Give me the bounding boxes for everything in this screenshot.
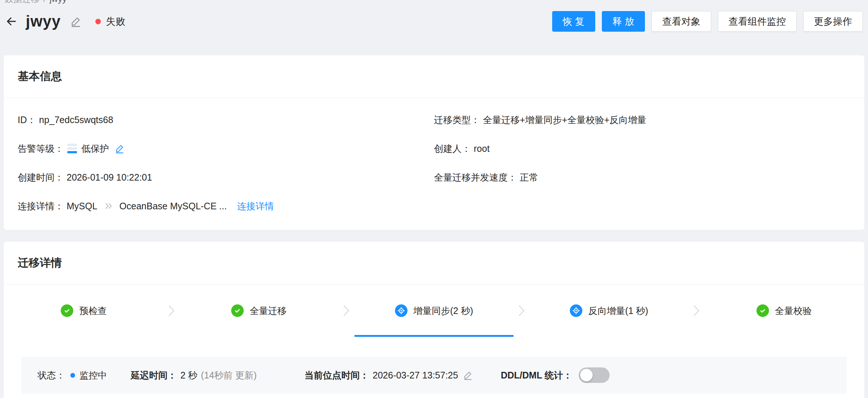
alarm-level-value: 低保护	[81, 143, 109, 155]
ddl-dml-group: DDL/DML 统计：	[501, 367, 610, 383]
connection-label: 连接详情：	[18, 200, 64, 212]
checkpoint-group: 当前位点时间： 2026-03-27 13:57:25	[304, 369, 473, 381]
basic-info-body: ID： np_7edc5swqts68 告警等级： 低保护 创建时间： 2026…	[4, 98, 864, 230]
alarm-level-label: 告警等级：	[18, 143, 64, 155]
full-migration-speed-label: 全量迁移并发速度：	[434, 171, 517, 184]
chevron-right-icon	[688, 284, 705, 337]
step-reverse-incremental[interactable]: 反向增量(1 秒)	[530, 284, 689, 337]
back-arrow-icon[interactable]	[5, 15, 18, 28]
created-time-row: 创建时间： 2026-01-09 10:22:01	[18, 163, 434, 192]
breadcrumb: 数据迁移/jwyy	[0, 0, 868, 4]
migration-detail-title: 迁移详情	[4, 242, 864, 284]
id-label: ID：	[18, 114, 36, 126]
full-migration-speed-row: 全量迁移并发速度： 正常	[434, 163, 850, 192]
page: 数据迁移/jwyy jwyy 失败 恢 复 释 放 查看对象 查看组件监控 更多…	[0, 0, 868, 398]
delay-updated-note: (14秒前 更新)	[201, 369, 257, 381]
basic-info-card: 基本信息 ID： np_7edc5swqts68 告警等级： 低保护 创建时间：	[4, 55, 864, 230]
alarm-level-icon	[67, 144, 77, 153]
migration-detail-card: 迁移详情 预检查 全量迁移	[4, 242, 864, 398]
edit-alarm-level-icon[interactable]	[115, 144, 124, 153]
breadcrumb-parent[interactable]: 数据迁移	[4, 0, 40, 4]
step-label: 增量同步(2 秒)	[413, 305, 473, 317]
double-chevron-right-icon	[103, 201, 113, 211]
migration-type-value: 全量迁移+增量同步+全量校验+反向增量	[483, 114, 646, 126]
step-precheck[interactable]: 预检查	[4, 284, 163, 337]
delay-label: 延迟时间：	[131, 369, 177, 381]
check-circle-icon	[756, 304, 769, 317]
id-value: np_7edc5swqts68	[39, 115, 113, 125]
task-status: 失败	[95, 15, 125, 28]
id-row: ID： np_7edc5swqts68	[18, 105, 434, 134]
migration-stepper: 预检查 全量迁移 增量同步(2 秒)	[4, 284, 864, 337]
check-circle-icon	[231, 304, 244, 317]
connection-detail-link[interactable]: 连接详情	[237, 200, 274, 212]
status-label: 状态：	[38, 369, 65, 381]
connection-row: 连接详情： MySQL OceanBase MySQL-CE ... 连接详情	[18, 192, 434, 220]
step-full-verification[interactable]: 全量校验	[705, 284, 864, 337]
resume-button[interactable]: 恢 复	[552, 11, 595, 32]
chevron-right-icon	[163, 284, 180, 337]
delay-group: 延迟时间： 2 秒 (14秒前 更新)	[131, 369, 257, 381]
view-objects-button[interactable]: 查看对象	[652, 11, 711, 32]
failed-status-dot-icon	[95, 19, 101, 24]
created-time-value: 2026-01-09 10:22:01	[67, 172, 152, 183]
step-incremental-sync[interactable]: 增量同步(2 秒)	[354, 284, 514, 337]
basic-info-left-column: ID： np_7edc5swqts68 告警等级： 低保护 创建时间： 2026…	[18, 105, 434, 220]
step-label: 全量迁移	[250, 305, 286, 317]
aim-target-icon	[570, 304, 582, 317]
toggle-knob	[580, 369, 593, 381]
migration-type-label: 迁移类型：	[434, 114, 480, 126]
full-migration-speed-value: 正常	[520, 171, 538, 184]
step-label: 预检查	[79, 305, 107, 317]
sync-status-strip: 状态： 监控中 延迟时间： 2 秒 (14秒前 更新) 当前位点时间： 2026…	[21, 357, 847, 394]
action-buttons: 恢 复 释 放 查看对象 查看组件监控 更多操作	[552, 11, 863, 32]
edit-title-icon[interactable]	[70, 16, 81, 27]
breadcrumb-separator: /	[43, 0, 46, 4]
status-group: 状态： 监控中	[38, 369, 107, 381]
connection-source: MySQL	[67, 201, 97, 212]
creator-label: 创建人：	[434, 143, 471, 155]
creator-value: root	[474, 143, 490, 154]
status-badge: 失败	[106, 15, 125, 28]
basic-info-title: 基本信息	[4, 55, 864, 98]
release-button[interactable]: 释 放	[602, 11, 645, 32]
ddl-dml-toggle[interactable]	[579, 367, 610, 383]
view-component-monitor-button[interactable]: 查看组件监控	[718, 11, 797, 32]
breadcrumb-current: jwyy	[50, 0, 67, 4]
chevron-right-icon	[338, 284, 354, 337]
alarm-level-row: 告警等级： 低保护	[18, 134, 434, 163]
step-full-migration[interactable]: 全量迁移	[180, 284, 339, 337]
checkpoint-label: 当前位点时间：	[304, 369, 369, 381]
migration-type-row: 迁移类型： 全量迁移+增量同步+全量校验+反向增量	[434, 105, 850, 134]
status-value: 监控中	[80, 369, 107, 381]
monitoring-status-dot-icon	[70, 373, 75, 378]
step-label: 全量校验	[775, 305, 812, 317]
created-time-label: 创建时间：	[18, 171, 64, 184]
more-actions-button[interactable]: 更多操作	[803, 11, 863, 32]
title-row: jwyy 失败 恢 复 释 放 查看对象 查看组件监控 更多操作	[5, 10, 863, 33]
delay-value: 2 秒	[180, 369, 197, 381]
check-circle-icon	[61, 304, 73, 317]
step-label: 反向增量(1 秒)	[588, 305, 648, 317]
ddl-dml-label: DDL/DML 统计：	[501, 369, 572, 381]
aim-target-icon	[395, 304, 407, 317]
checkpoint-value: 2026-03-27 13:57:25	[373, 370, 458, 381]
chevron-right-icon	[514, 284, 530, 337]
creator-row: 创建人： root	[434, 134, 850, 163]
page-title: jwyy	[26, 13, 61, 30]
basic-info-right-column: 迁移类型： 全量迁移+增量同步+全量校验+反向增量 创建人： root 全量迁移…	[434, 105, 850, 220]
connection-target: OceanBase MySQL-CE ...	[119, 201, 227, 212]
edit-checkpoint-icon[interactable]	[463, 370, 473, 380]
